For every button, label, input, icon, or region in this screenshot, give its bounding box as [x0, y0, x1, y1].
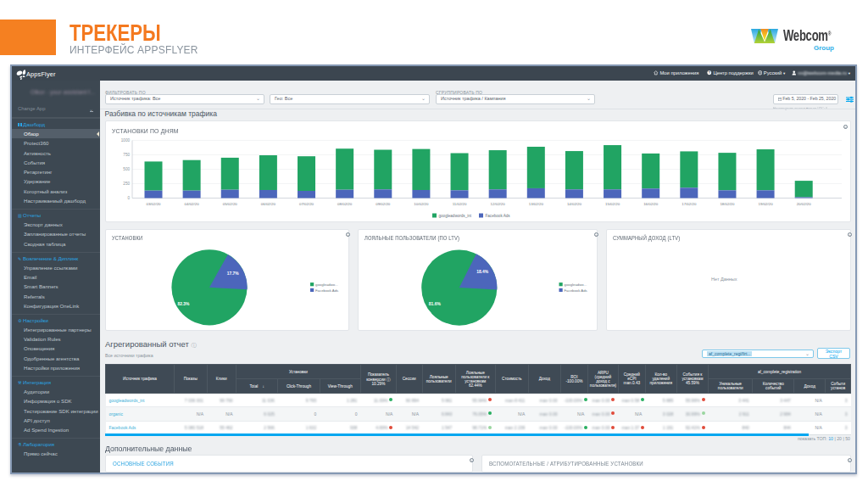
svg-text:googleadwo...: googleadwo... [565, 282, 587, 287]
svg-text:17/02/20: 17/02/20 [682, 202, 697, 206]
svg-text:Facebook Ads: Facebook Ads [315, 288, 338, 293]
svg-text:81.6%: 81.6% [429, 302, 442, 306]
svg-text:20/02/20: 20/02/20 [797, 202, 812, 206]
svg-text:750: 750 [123, 153, 130, 157]
svg-text:04/02/20: 04/02/20 [185, 202, 200, 206]
svg-text:07/02/20: 07/02/20 [299, 202, 314, 206]
svg-text:googleadwords_int: googleadwords_int [439, 214, 472, 218]
svg-text:1000: 1000 [121, 138, 131, 143]
svg-text:05/02/20: 05/02/20 [223, 202, 238, 206]
svg-text:googleadwo...: googleadwo... [315, 282, 338, 287]
svg-text:14/02/20: 14/02/20 [567, 202, 582, 206]
svg-text:500: 500 [123, 167, 130, 171]
svg-text:0: 0 [127, 196, 130, 200]
svg-text:03/02/20: 03/02/20 [146, 202, 161, 206]
svg-text:82.3%: 82.3% [178, 302, 191, 306]
svg-text:16/02/20: 16/02/20 [643, 202, 659, 206]
svg-text:18.4%: 18.4% [476, 271, 489, 275]
svg-text:19/02/20: 19/02/20 [759, 202, 774, 206]
svg-text:06/02/20: 06/02/20 [261, 202, 276, 206]
svg-text:Facebook Ads: Facebook Ads [486, 214, 511, 218]
svg-text:12/02/20: 12/02/20 [491, 202, 506, 206]
svg-text:18/02/20: 18/02/20 [720, 202, 735, 206]
svg-text:09/02/20: 09/02/20 [376, 202, 391, 206]
svg-text:13/02/20: 13/02/20 [529, 202, 544, 206]
svg-text:08/02/20: 08/02/20 [337, 202, 353, 206]
svg-text:15/02/20: 15/02/20 [605, 202, 620, 206]
svg-text:11/02/20: 11/02/20 [453, 202, 467, 206]
svg-text:17.7%: 17.7% [227, 271, 240, 276]
svg-text:250: 250 [123, 182, 130, 186]
svg-text:Facebook Ads: Facebook Ads [565, 288, 587, 293]
svg-text:10/02/20: 10/02/20 [414, 202, 429, 206]
